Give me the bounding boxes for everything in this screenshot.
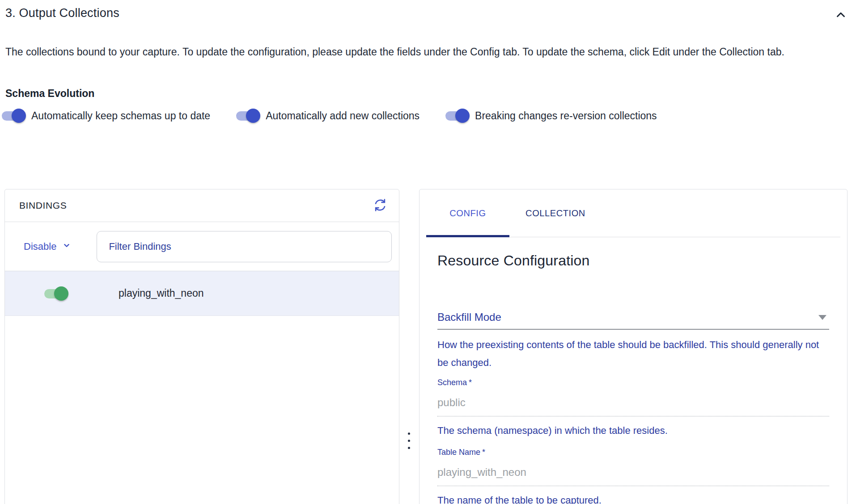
section-description: The collections bound to your capture. T… — [5, 44, 837, 60]
binding-name: playing_with_neon — [119, 287, 204, 299]
bindings-panel-header: BINDINGS — [5, 189, 399, 222]
resource-config-heading: Resource Configuration — [437, 252, 829, 269]
schema-evolution-heading: Schema Evolution — [5, 88, 94, 100]
required-mark: * — [482, 448, 485, 457]
toggle-add-collections: Automatically add new collections — [235, 107, 420, 124]
schema-evolution-toggles: Automatically keep schemas up to date Au… — [1, 107, 657, 124]
toggle-keep-schemas: Automatically keep schemas up to date — [1, 107, 210, 124]
chevron-down-icon — [62, 240, 72, 253]
switch-knob — [246, 109, 260, 123]
toggle-label: Automatically keep schemas up to date — [31, 110, 210, 122]
collapse-section-button[interactable] — [833, 7, 849, 23]
toggle-breaking-changes: Breaking changes re-version collections — [445, 107, 657, 124]
bindings-panel: BINDINGS Disable — [4, 189, 399, 504]
chevron-up-icon — [834, 8, 848, 23]
tab-config[interactable]: CONFIG — [426, 189, 509, 237]
schema-field-label: Schema* — [437, 378, 829, 387]
disable-dropdown-button[interactable]: Disable — [24, 240, 72, 253]
section-title: 3. Output Collections — [5, 6, 119, 20]
required-mark: * — [469, 378, 472, 387]
config-panel: CONFIG COLLECTION Resource Configuration… — [419, 189, 848, 504]
schema-field-value[interactable]: public — [437, 396, 829, 416]
tab-collection[interactable]: COLLECTION — [509, 189, 602, 237]
add-collections-switch[interactable] — [235, 107, 261, 124]
table-name-field-description: The name of the table to be captured. — [437, 491, 829, 504]
config-tabbar: CONFIG COLLECTION — [426, 189, 840, 237]
toggle-label: Automatically add new collections — [266, 110, 420, 122]
dropdown-arrow-icon — [818, 315, 826, 320]
refresh-sync-icon — [373, 198, 387, 214]
toggle-label: Breaking changes re-version collections — [475, 110, 657, 122]
switch-knob — [455, 109, 470, 123]
backfill-mode-description: How the preexisting contents of the tabl… — [437, 336, 829, 372]
backfill-mode-select[interactable]: Backfill Mode — [437, 311, 829, 330]
backfill-mode-label: Backfill Mode — [437, 311, 501, 323]
resource-config-content: Resource Configuration Backfill Mode How… — [420, 252, 847, 504]
binding-enabled-switch[interactable] — [43, 285, 69, 302]
breaking-changes-switch[interactable] — [445, 107, 470, 124]
panel-resize-handle[interactable] — [405, 427, 412, 454]
output-collections-section: 3. Output Collections The collections bo… — [0, 0, 856, 504]
schema-field-description: The schema (namespace) in which the tabl… — [437, 422, 829, 440]
disable-dropdown-label: Disable — [24, 241, 56, 252]
active-tab-indicator — [426, 235, 509, 237]
keep-schemas-switch[interactable] — [1, 107, 27, 124]
refresh-bindings-button[interactable] — [371, 197, 389, 214]
switch-knob — [12, 109, 26, 123]
filter-bindings-input[interactable] — [97, 231, 392, 262]
table-name-field-label: Table Name* — [437, 448, 829, 457]
binding-row[interactable]: playing_with_neon — [5, 271, 399, 316]
switch-knob — [54, 286, 68, 301]
table-name-field-value[interactable]: playing_with_neon — [437, 466, 829, 486]
bindings-controls-row: Disable — [5, 222, 399, 271]
bindings-panel-title: BINDINGS — [19, 200, 67, 211]
